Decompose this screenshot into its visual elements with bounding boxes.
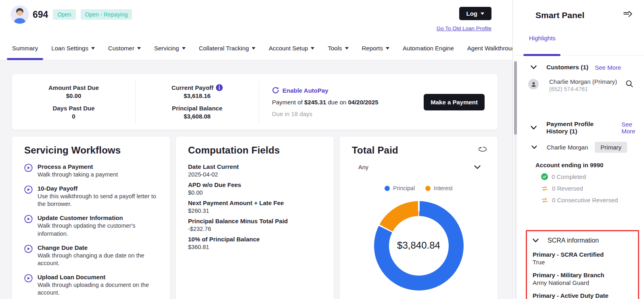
caret-down-icon: [345, 47, 349, 50]
scra-field-label: Primary - Military Branch: [533, 272, 634, 278]
main-region: 694 Open Open - Repaying Log Go To Old L…: [0, 0, 512, 299]
workflow-description: Walk through uploading a document on the…: [38, 281, 158, 297]
borrower-avatar: [10, 5, 29, 24]
workflow-text: 10-Day PayoffUse this walkthrough to sen…: [38, 185, 158, 208]
workflow-title: Change Due Date: [38, 244, 158, 251]
field-label: Date Last Current: [188, 163, 322, 170]
computation-fields-card: Computation Fields Date Last Current2025…: [176, 137, 334, 299]
workflow-item-process-a-payment[interactable]: Process a PaymentWalk through taking a p…: [24, 163, 158, 179]
servicing-workflows-card: Servicing Workflows Process a PaymentWal…: [12, 137, 170, 299]
caret-down-icon: [386, 47, 389, 50]
workflow-title: Process a Payment: [38, 163, 118, 170]
computation-field-next-payment-amount-late-fee: Next Payment Amount + Late Fee$260.31: [188, 199, 322, 214]
workflow-description: Walk through changing a due date on the …: [38, 252, 158, 267]
profile-name: Charlie Morgan: [547, 144, 588, 151]
computation-field-10-of-principal-balance: 10% of Principal Balance$360.81: [188, 236, 322, 250]
scra-field-label: Primary - SCRA Certified: [533, 251, 634, 258]
nav-tab-loan-settings[interactable]: Loan Settings: [51, 40, 95, 60]
log-button[interactable]: Log: [459, 7, 492, 20]
refresh-chart-icon[interactable]: [478, 146, 487, 154]
search-icon[interactable]: [625, 80, 634, 89]
scra-field-label: Primary - Active Duty Date: [533, 292, 634, 299]
scra-highlight-box: SCRA information Primary - SCRA Certifie…: [526, 230, 639, 299]
computation-field-date-last-current: Date Last Current2025-04-02: [188, 163, 322, 178]
total-paid-period-select[interactable]: Any: [358, 164, 481, 170]
swap-arrows-icon: [541, 198, 548, 203]
payment-summary-card: Amount Past Due $0.00 Days Past Due 0 Cu…: [12, 74, 498, 130]
scra-field-primary-military-branch: Primary - Military BranchArmy National G…: [533, 272, 634, 286]
info-icon[interactable]: [216, 84, 223, 91]
nav-tab-customer[interactable]: Customer: [108, 40, 141, 60]
play-circle-icon: [24, 163, 33, 179]
account-ending-label: Account ending in 9990: [513, 162, 644, 168]
payoff-column: Current Payoff $3,618.16 Principal Balan…: [136, 84, 259, 120]
loan-header: 694 Open Open - Repaying Log Go To Old L…: [0, 0, 512, 60]
workflow-item-upload-loan-document[interactable]: Upload Loan DocumentWalk through uploadi…: [24, 274, 158, 297]
payment-profile-item: Charlie Morgan Primary: [513, 142, 644, 153]
loan-nav-tabs: SummaryLoan SettingsCustomerServicingCol…: [12, 40, 541, 60]
check-circle-icon: [541, 173, 548, 180]
enable-autopay-button[interactable]: Enable AutoPay: [272, 87, 424, 94]
nav-tab-automation-engine[interactable]: Automation Engine: [403, 40, 454, 60]
field-label: 10% of Principal Balance: [188, 236, 322, 243]
nav-tab-servicing[interactable]: Servicing: [154, 40, 186, 60]
loan-id: 694: [33, 9, 48, 20]
servicing-workflows-title: Servicing Workflows: [24, 145, 158, 156]
play-circle-icon: [24, 244, 33, 267]
profile-stat-label: 0 Reversed: [552, 185, 583, 192]
amount-past-due-label: Amount Past Due: [48, 84, 99, 91]
nav-tab-collateral-tracking[interactable]: Collateral Tracking: [199, 40, 255, 60]
scra-field-primary-active-duty-date: Primary - Active Duty Date01/10/2025: [533, 292, 634, 299]
go-to-old-loan-profile-link[interactable]: Go To Old Loan Profile: [437, 25, 491, 31]
legend-dot: [425, 186, 431, 191]
profile-stat-0-completed: 0 Completed: [513, 173, 644, 180]
legend-label: Principal: [393, 185, 415, 191]
customer-name: Charlie Morgan (Primary): [549, 78, 617, 85]
total-paid-card: Total Paid Any PrincipalInterest $3,840.…: [340, 137, 498, 299]
next-payment-column: Enable AutoPay Payment of $245.31 due on…: [259, 87, 424, 117]
make-a-payment-button[interactable]: Make a Payment: [424, 94, 485, 110]
customer-phone: (652) 574-4761: [549, 86, 617, 92]
workflow-item-change-due-date[interactable]: Change Due DateWalk through changing a d…: [24, 244, 158, 267]
payment-profile-history-heading: Payment Profile History (1): [546, 120, 615, 135]
field-value: $360.81: [188, 244, 322, 250]
nav-tab-reports[interactable]: Reports: [362, 40, 390, 60]
workflow-description: Use this walkthrough to send a payoff le…: [38, 193, 158, 208]
nav-tab-account-setup[interactable]: Account Setup: [269, 40, 315, 60]
days-past-due-label: Days Past Due: [52, 105, 94, 112]
field-label: APD w/o Due Fees: [188, 181, 322, 188]
field-value: 2025-04-02: [188, 171, 322, 178]
nav-tab-label: Tools: [328, 45, 342, 52]
smart-panel: Smart Panel Highlights Customers (1) See…: [512, 0, 644, 299]
payment-profiles-collapse-icon[interactable]: [531, 126, 537, 130]
payment-profiles-see-more-link[interactable]: See More: [621, 121, 644, 135]
scra-collapse-icon[interactable]: [533, 239, 539, 243]
field-value: $260.31: [188, 208, 322, 214]
primary-badge: Primary: [595, 142, 627, 153]
profile-stat-label: 0 Completed: [552, 173, 586, 180]
computation-field-principal-balance-minus-total-paid: Principal Balance Minus Total Paid-$232.…: [188, 218, 322, 232]
caret-down-icon: [481, 12, 484, 15]
scrollbar-thumb[interactable]: [514, 61, 517, 135]
computation-field-apd-w-o-due-fees: APD w/o Due Fees$0.00: [188, 181, 322, 196]
field-value: $0.00: [188, 189, 322, 196]
caret-down-icon: [311, 47, 314, 50]
customers-see-more-link[interactable]: See More: [595, 64, 621, 71]
field-value: -$232.76: [188, 226, 322, 232]
donut-center-label: $3,840.84: [374, 240, 464, 251]
nav-tab-summary[interactable]: Summary: [12, 40, 38, 60]
legend-label: Interest: [434, 185, 453, 191]
profile-collapse-icon[interactable]: [531, 145, 537, 149]
tab-highlights[interactable]: Highlights: [529, 35, 556, 42]
legend-item-interest[interactable]: Interest: [425, 185, 453, 191]
collapse-panel-icon[interactable]: [623, 10, 633, 17]
legend-item-principal[interactable]: Principal: [385, 185, 415, 191]
nav-tab-tools[interactable]: Tools: [328, 40, 348, 60]
loan-substatus-badge: Open - Repaying: [81, 9, 132, 20]
workflow-item-update-customer-information[interactable]: Update Customer InformationWalk through …: [24, 214, 158, 237]
workflow-text: Change Due DateWalk through changing a d…: [38, 244, 158, 267]
customers-collapse-icon[interactable]: [531, 65, 537, 69]
nav-tab-label: Loan Settings: [51, 45, 88, 52]
workflow-item-10-day-payoff[interactable]: 10-Day PayoffUse this walkthrough to sen…: [24, 185, 158, 208]
payment-profile-stats: 0 Completed0 Reversed0 Consecutive Rever…: [513, 173, 644, 203]
